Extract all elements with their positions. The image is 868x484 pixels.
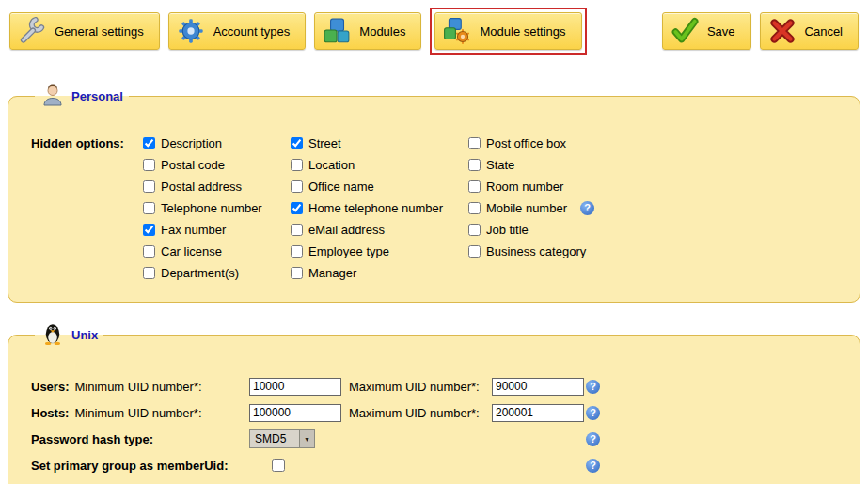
modules-button[interactable]: Modules: [314, 12, 421, 50]
users-min-uid-label: Users:Minimum UID number*:: [31, 380, 249, 394]
hidden-option-manager[interactable]: Manager: [291, 266, 468, 279]
hidden-option-checkbox-postal-address[interactable]: [143, 180, 155, 193]
users-label: Users:: [31, 380, 69, 394]
hidden-option-checkbox-postal-code[interactable]: [143, 159, 155, 171]
unix-section-legend: Unix: [35, 321, 103, 349]
password-hash-row: Password hash type: SMD5 ▼: [31, 429, 846, 448]
hidden-option-telephone-number[interactable]: Telephone number: [143, 201, 291, 214]
unix-section-title: Unix: [71, 328, 98, 342]
hosts-label: Hosts:: [31, 406, 69, 420]
unix-settings-rows: Users:Minimum UID number*: Maximum UID n…: [22, 352, 846, 475]
hidden-option-post-office-box[interactable]: Post office box: [468, 136, 594, 149]
hidden-option-label: Postal code: [161, 158, 225, 172]
hidden-option-checkbox-business-category[interactable]: [468, 245, 481, 258]
password-hash-label: Password hash type:: [31, 432, 153, 446]
dropdown-arrow-icon: ▼: [299, 430, 314, 447]
hidden-option-checkbox-office-name[interactable]: [291, 180, 303, 193]
hidden-option-email-address[interactable]: eMail address: [291, 223, 468, 236]
cubes-gear-icon: [443, 17, 471, 45]
hidden-option-checkbox-job-title[interactable]: [468, 224, 481, 236]
account-types-label: Account types: [213, 24, 291, 39]
hidden-option-business-category[interactable]: Business category: [468, 244, 594, 258]
hidden-option-description[interactable]: Description: [143, 136, 291, 149]
member-uid-label: Set primary group as memberUid:: [31, 459, 229, 473]
personal-section-legend: Personal: [35, 83, 129, 110]
password-hash-value: SMD5: [250, 430, 299, 447]
hidden-option-checkbox-mobile-number[interactable]: [468, 202, 481, 214]
hidden-option-postal-code[interactable]: Postal code: [143, 158, 291, 171]
hidden-option-checkbox-street[interactable]: [291, 137, 303, 149]
hidden-option-label: Telephone number: [161, 201, 262, 215]
hidden-option-checkbox-department-s[interactable]: [143, 267, 155, 279]
hidden-option-label: Fax number: [161, 223, 226, 237]
hidden-option-checkbox-fax-number[interactable]: [143, 224, 155, 236]
help-icon[interactable]: [586, 432, 600, 446]
help-icon[interactable]: [586, 406, 600, 420]
hidden-option-fax-number[interactable]: Fax number: [143, 223, 291, 236]
cancel-x-icon: [768, 17, 797, 45]
hosts-max-uid-input[interactable]: [492, 404, 584, 422]
hidden-option-label: Location: [308, 158, 355, 172]
hidden-option-office-name[interactable]: Office name: [291, 180, 468, 193]
hidden-option-location[interactable]: Location: [291, 158, 468, 171]
hidden-option-label: eMail address: [308, 223, 385, 237]
hidden-option-car-license[interactable]: Car license: [143, 244, 291, 258]
help-icon[interactable]: [580, 201, 594, 215]
password-hash-select[interactable]: SMD5 ▼: [249, 429, 315, 448]
hidden-option-job-title[interactable]: Job title: [468, 223, 594, 236]
general-settings-label: General settings: [55, 24, 144, 39]
hidden-option-checkbox-employee-type[interactable]: [291, 245, 303, 258]
hidden-option-checkbox-post-office-box[interactable]: [468, 137, 481, 149]
hidden-option-mobile-number[interactable]: Mobile number: [468, 201, 594, 214]
users-max-uid-input[interactable]: [492, 378, 584, 396]
modules-label: Modules: [359, 24, 405, 39]
hidden-options-area: Hidden options: DescriptionPostal codePo…: [22, 114, 846, 279]
hidden-option-street[interactable]: Street: [291, 136, 468, 149]
users-uid-row: Users:Minimum UID number*: Maximum UID n…: [31, 377, 846, 396]
general-settings-button[interactable]: General settings: [9, 12, 160, 50]
module-settings-button[interactable]: Module settings: [434, 12, 581, 50]
toolbar: General settings Account types: [0, 0, 868, 55]
hidden-option-label: Car license: [161, 244, 222, 258]
hidden-option-room-number[interactable]: Room number: [468, 180, 594, 193]
hidden-option-label: Mobile number: [486, 201, 567, 215]
hidden-option-employee-type[interactable]: Employee type: [291, 244, 468, 258]
hidden-option-state[interactable]: State: [468, 158, 594, 171]
users-max-uid-label: Maximum UID number*:: [349, 380, 492, 394]
hidden-option-department-s[interactable]: Department(s): [143, 266, 291, 279]
member-uid-row: Set primary group as memberUid:: [31, 456, 846, 475]
hidden-options-column-2: StreetLocationOffice nameHome telephone …: [291, 136, 468, 279]
hidden-option-label: Job title: [486, 223, 529, 237]
hidden-option-checkbox-email-address[interactable]: [291, 224, 303, 236]
hidden-option-postal-address[interactable]: Postal address: [143, 180, 291, 193]
member-uid-checkbox[interactable]: [272, 459, 285, 472]
hidden-option-label: Office name: [308, 180, 374, 194]
cancel-label: Cancel: [805, 24, 843, 39]
help-icon[interactable]: [586, 380, 600, 394]
save-button[interactable]: Save: [662, 12, 751, 50]
hidden-option-label: Description: [161, 136, 222, 150]
hidden-option-checkbox-location[interactable]: [291, 159, 303, 171]
hidden-option-checkbox-room-number[interactable]: [468, 180, 481, 193]
users-min-uid-input[interactable]: [249, 378, 341, 396]
account-types-button[interactable]: Account types: [168, 12, 307, 50]
hosts-uid-row: Hosts:Minimum UID number*: Maximum UID n…: [31, 403, 846, 422]
gear-icon: [177, 17, 205, 45]
hidden-option-label: Post office box: [486, 136, 566, 150]
tux-penguin-icon: [40, 321, 65, 349]
min-uid-label: Minimum UID number*:: [74, 406, 201, 420]
cancel-button[interactable]: Cancel: [760, 12, 859, 50]
personal-section-title: Personal: [71, 89, 123, 103]
hosts-min-uid-input[interactable]: [249, 404, 341, 422]
hidden-option-checkbox-manager[interactable]: [291, 267, 303, 279]
hidden-option-checkbox-state[interactable]: [468, 159, 481, 171]
hidden-option-checkbox-car-license[interactable]: [143, 245, 155, 258]
hidden-option-checkbox-telephone-number[interactable]: [143, 202, 155, 214]
hidden-option-home-telephone-number[interactable]: Home telephone number: [291, 201, 468, 214]
hidden-option-checkbox-description[interactable]: [143, 137, 155, 149]
hidden-option-label: Street: [308, 136, 341, 150]
hidden-option-label: Home telephone number: [308, 201, 443, 215]
hidden-options-label: Hidden options:: [31, 136, 143, 279]
hidden-option-checkbox-home-telephone-number[interactable]: [291, 202, 303, 214]
help-icon[interactable]: [586, 459, 600, 473]
